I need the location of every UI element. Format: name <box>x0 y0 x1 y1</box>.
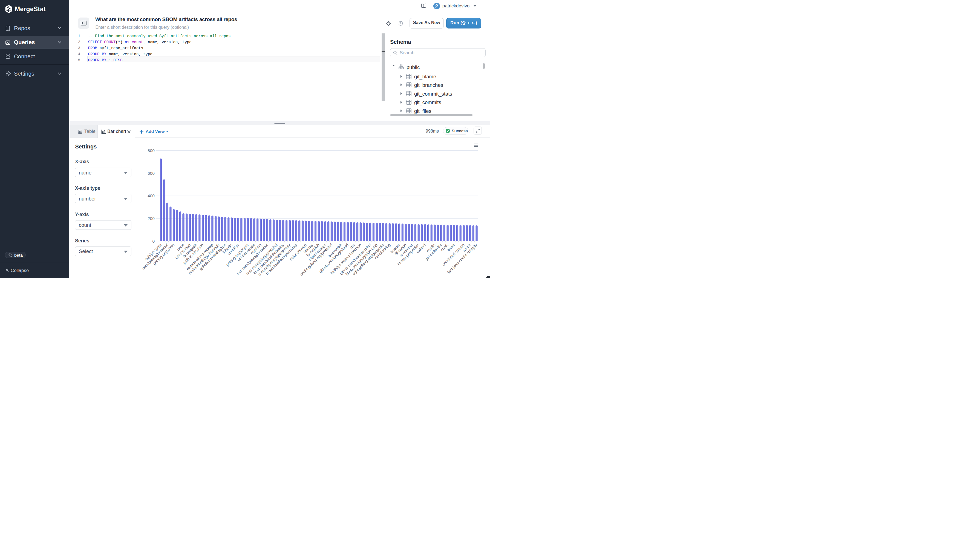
svg-text:600: 600 <box>148 171 155 176</box>
svg-text:400: 400 <box>148 193 155 198</box>
svg-text:ithub.com/google/go-cmp: ithub.com/google/go-cmp <box>345 242 378 276</box>
svg-text:800: 800 <box>148 148 155 153</box>
svg-text:200: 200 <box>148 216 155 221</box>
svg-text:0: 0 <box>152 239 155 244</box>
svg-text:.com/golang/protobuf: .com/golang/protobuf <box>140 242 169 271</box>
